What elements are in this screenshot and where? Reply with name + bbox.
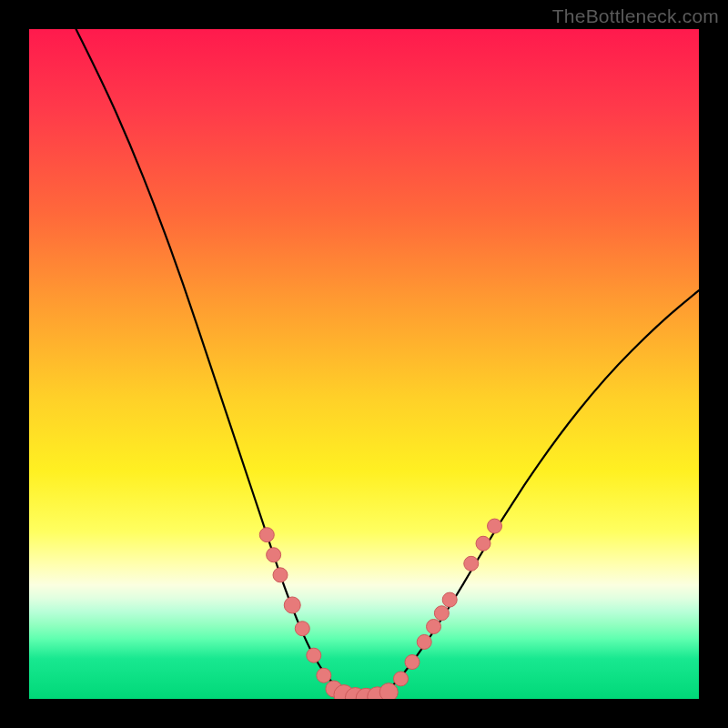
chart-svg (29, 29, 699, 699)
data-markers (259, 519, 501, 699)
data-marker (427, 620, 441, 634)
data-marker (284, 597, 300, 613)
data-marker (488, 519, 502, 533)
data-marker (267, 548, 281, 562)
data-marker (295, 622, 309, 636)
data-marker (442, 592, 457, 607)
data-marker (307, 648, 321, 662)
data-marker (434, 606, 449, 621)
bottleneck-curve (76, 29, 699, 698)
data-marker (393, 672, 408, 686)
data-marker (259, 528, 274, 542)
data-marker (417, 634, 431, 649)
data-marker (273, 568, 288, 582)
chart-frame: TheBottleneck.com (0, 0, 728, 728)
data-marker (476, 536, 490, 551)
watermark-text: TheBottleneck.com (552, 5, 719, 27)
data-marker (317, 668, 331, 682)
data-marker (405, 655, 420, 670)
data-marker (464, 556, 479, 571)
plot-area (29, 29, 699, 699)
data-marker (379, 683, 398, 699)
